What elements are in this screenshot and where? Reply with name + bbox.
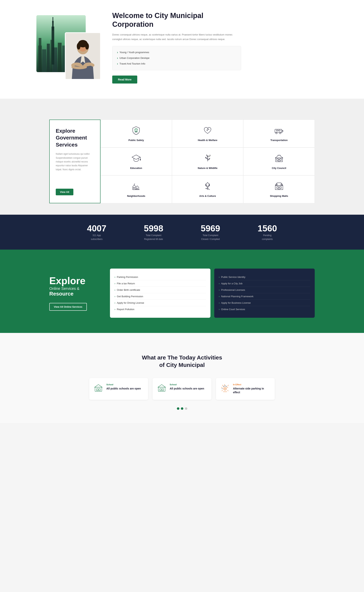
svg-rect-3 — [42, 49, 46, 72]
arrow-icon-d1: › — [219, 276, 220, 279]
view-all-online-services-button[interactable]: View All Online Services — [49, 303, 87, 311]
section-divider-1 — [0, 99, 364, 108]
transportation-label: Transportation — [270, 139, 288, 142]
nature-wildlife-label: Nature & Wildlife — [198, 167, 217, 169]
svg-rect-2 — [39, 38, 41, 46]
arrow-icon-6: › — [115, 308, 115, 311]
arts-culture-icon — [203, 181, 213, 192]
activity-icon-1 — [157, 383, 167, 393]
online-link-licenses[interactable]: › Professional Licenses — [219, 287, 310, 293]
service-card-education[interactable]: Education — [100, 147, 172, 175]
online-link-parking[interactable]: › Parking Permission — [115, 274, 206, 280]
service-card-transportation[interactable]: Transportation — [243, 120, 315, 147]
service-card-public-safety[interactable]: Public Safety — [100, 120, 172, 147]
stat-item-3: 1560 Pending complaints — [258, 223, 277, 241]
activity-card-1: School All public schools are open — [153, 378, 211, 399]
arrow-icon-3: › — [115, 288, 115, 291]
service-card-arts-culture[interactable]: Arts & Culture — [172, 175, 243, 203]
svg-rect-24 — [275, 129, 282, 133]
online-link-building[interactable]: › Get Building Permission — [115, 293, 206, 300]
hero-title: Welcome to City Municipal Corporation — [112, 11, 241, 29]
svg-rect-39 — [278, 160, 280, 162]
activities-section: What are The Today Activities of City Mu… — [0, 340, 364, 423]
online-title: Explore — [49, 276, 99, 286]
online-link-court[interactable]: › Online Court Services — [219, 306, 310, 313]
services-view-all-button[interactable]: View All — [56, 189, 73, 195]
services-left-panel: Explore Government Services Nullam eget … — [49, 120, 100, 203]
hero-images — [36, 15, 101, 80]
city-council-icon — [274, 153, 284, 164]
services-grid: Public Safety Health & Welfare — [100, 120, 315, 203]
svg-rect-13 — [52, 27, 54, 65]
activity-title-1: All public schools are open — [170, 387, 204, 390]
services-description: Nullam eget luctusisusu qui sollici Susp… — [56, 152, 94, 183]
stat-number-2: 5969 — [201, 223, 220, 233]
svg-rect-53 — [277, 186, 278, 188]
service-card-health-welfare[interactable]: Health & Welfare — [172, 120, 243, 147]
hero-person-image — [65, 32, 101, 80]
shopping-malls-icon — [274, 181, 284, 192]
hero-description: Donec consequat ultrices neque, ac scele… — [112, 33, 241, 41]
arrow-icon-5: › — [115, 301, 115, 304]
svg-marker-60 — [95, 385, 102, 387]
online-link-driving[interactable]: › Apply for Driving License — [115, 300, 206, 306]
health-welfare-icon — [203, 126, 213, 136]
online-link-pollution[interactable]: › Report Pollution — [115, 306, 206, 313]
svg-rect-38 — [280, 159, 281, 160]
online-link-tax[interactable]: › File a tax Return — [115, 280, 206, 287]
svg-rect-26 — [279, 130, 280, 131]
stat-number-0: 4007 — [87, 223, 106, 233]
svg-point-28 — [280, 132, 281, 134]
svg-rect-4 — [47, 44, 50, 72]
chevron-icon-3: › — [117, 62, 118, 66]
stat-label-1: Total Complaint Registered till date — [144, 234, 163, 240]
public-safety-label: Public Safety — [129, 139, 144, 142]
dot-2[interactable] — [181, 407, 183, 410]
services-inner: Explore Government Services Nullam eget … — [49, 120, 315, 203]
online-link-identity[interactable]: › Public Service Identity — [219, 274, 310, 280]
service-card-neighborhoods[interactable]: Neighborhoods — [100, 175, 172, 203]
online-services-section: Explore Online Services & Resource View … — [0, 253, 364, 333]
stat-item-0: 4007 311 App subscribers — [87, 223, 106, 241]
svg-line-31 — [282, 132, 283, 132]
svg-rect-59 — [95, 387, 102, 391]
services-section: Explore Government Services Nullam eget … — [0, 108, 364, 215]
read-more-button[interactable]: Read More — [112, 76, 137, 84]
education-icon — [131, 153, 141, 164]
stats-section: 4007 311 App subscribers 5998 Total Comp… — [0, 215, 364, 250]
health-welfare-label: Health & Welfare — [198, 139, 217, 142]
service-card-city-council[interactable]: City Council — [243, 147, 315, 175]
hero-link-1[interactable]: › Young / Youth programmes — [117, 50, 236, 55]
svg-marker-32 — [132, 155, 140, 160]
service-card-shopping-malls[interactable]: Shopping Malls — [243, 175, 315, 203]
svg-rect-7 — [58, 43, 62, 72]
stat-label-2: Total Complaint Closed / Compiled — [201, 234, 220, 240]
online-link-planning[interactable]: › National Planning Framework — [219, 293, 310, 300]
svg-marker-65 — [158, 385, 165, 387]
stat-label-0: 311 App subscribers — [91, 234, 102, 240]
hero-links-box: › Young / Youth programmes › Urban Corpo… — [112, 46, 241, 70]
dot-3[interactable] — [185, 407, 187, 410]
stat-item-1: 5998 Total Complaint Registered till dat… — [144, 223, 163, 241]
hero-link-2[interactable]: › Urban Corporation Devlope — [117, 55, 236, 61]
svg-rect-15 — [52, 17, 53, 23]
stat-label-3: Pending complaints — [262, 234, 273, 240]
activity-content-0: School All public schools are open — [106, 383, 141, 391]
arrow-icon-d5: › — [219, 301, 220, 304]
svg-rect-52 — [275, 186, 283, 190]
svg-point-69 — [223, 387, 227, 390]
svg-point-70 — [224, 388, 226, 389]
green-stats-bar — [0, 250, 364, 253]
arrow-icon-2: › — [115, 282, 115, 285]
online-link-cityjob[interactable]: › Apply for a City Job — [219, 280, 310, 287]
svg-point-34 — [140, 160, 141, 160]
hero-link-3[interactable]: › Travel And Tourism Info — [117, 61, 236, 67]
dot-active[interactable] — [177, 407, 179, 410]
online-link-biz-license[interactable]: › Apply for Business License — [219, 300, 310, 306]
service-card-nature-wildlife[interactable]: Nature & Wildlife — [172, 147, 243, 175]
arrow-icon-d6: › — [219, 308, 220, 311]
svg-rect-55 — [278, 187, 280, 190]
online-link-birth[interactable]: › Order Birth certificate — [115, 287, 206, 293]
education-label: Education — [130, 167, 142, 169]
neighborhoods-label: Neighborhoods — [127, 194, 145, 197]
